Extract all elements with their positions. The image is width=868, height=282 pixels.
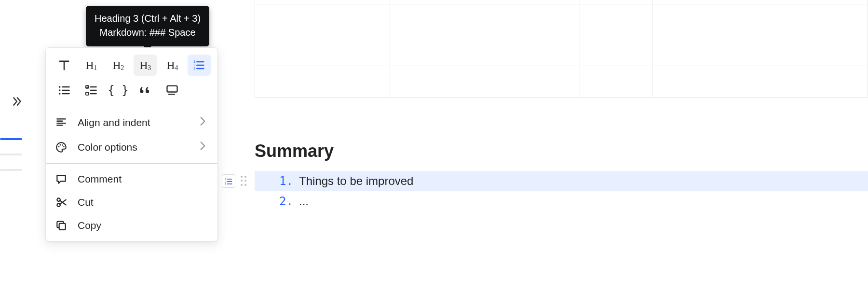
heading4-button[interactable]: H4 (161, 55, 184, 76)
align-indent-menu[interactable]: Align and indent (49, 110, 215, 135)
heading1-button[interactable]: H1 (80, 55, 103, 76)
paragraph-text-button[interactable] (53, 55, 76, 76)
svg-text:3: 3 (193, 67, 195, 70)
list-item-number: 2. (276, 195, 293, 208)
numbered-list-button[interactable]: 1 2 3 (188, 55, 211, 76)
numbered-list-icon: 1 2 3 (192, 58, 206, 72)
svg-point-5 (59, 93, 61, 95)
svg-text:2: 2 (193, 63, 195, 67)
callout-button[interactable] (161, 80, 184, 101)
code-block-button[interactable]: { } (107, 80, 130, 101)
svg-rect-7 (86, 92, 89, 95)
numbered-list-icon: 1 2 3 (224, 176, 233, 186)
cut-action[interactable]: Cut (49, 191, 215, 214)
svg-text:3: 3 (225, 183, 227, 185)
tooltip-line: Markdown: ### Space (95, 26, 201, 40)
format-type-row2: { } (53, 80, 211, 101)
list-item-number: 1. (276, 174, 293, 188)
color-options-menu[interactable]: Color options (49, 135, 215, 159)
expand-sidebar-button[interactable] (9, 93, 26, 110)
drag-handle[interactable] (239, 174, 248, 188)
heading3-tooltip: Heading 3 (Ctrl + Alt + 3) Markdown: ###… (86, 6, 209, 46)
code-icon: { } (108, 84, 128, 97)
card-icon (165, 84, 179, 97)
align-icon (54, 116, 68, 129)
ordered-list-item[interactable]: 2. ... (255, 191, 868, 212)
section-heading[interactable]: Summary (255, 141, 868, 161)
svg-point-11 (62, 144, 63, 146)
copy-icon (54, 219, 68, 232)
list-item-text[interactable]: ... (299, 195, 309, 208)
checklist-button[interactable] (80, 80, 103, 101)
h1-icon: H1 (85, 59, 96, 72)
copy-action[interactable]: Copy (49, 214, 215, 237)
format-type-row1: H1 H2 H3 H4 1 2 3 (53, 55, 211, 76)
list-type-chip[interactable]: 1 2 3 (222, 174, 235, 188)
h2-icon: H2 (112, 59, 123, 72)
palette-icon (54, 141, 68, 154)
h4-icon: H4 (166, 59, 177, 72)
sidebar-collapsed-items (0, 138, 22, 171)
quote-icon (138, 84, 152, 97)
svg-point-12 (63, 146, 65, 147)
comment-icon (54, 172, 68, 186)
menu-label: Align and indent (78, 117, 187, 128)
sidebar-collapsed-item[interactable] (0, 138, 22, 140)
sidebar-collapsed-item[interactable] (0, 154, 22, 155)
edit-actions-section: Comment Cut Copy (46, 164, 217, 241)
svg-text:1: 1 (193, 60, 195, 63)
menu-label: Cut (78, 197, 209, 208)
tooltip-line: Heading 3 (Ctrl + Alt + 3) (95, 12, 201, 26)
comment-action[interactable]: Comment (49, 168, 215, 191)
left-rail (0, 0, 29, 282)
svg-point-4 (59, 89, 61, 91)
double-chevron-right-icon (11, 95, 24, 108)
scissors-icon (54, 196, 68, 209)
format-panel: H1 H2 H3 H4 1 2 3 (45, 47, 218, 241)
svg-point-10 (60, 144, 61, 145)
menu-label: Copy (78, 220, 209, 231)
svg-rect-8 (167, 86, 177, 92)
chevron-right-icon (196, 140, 209, 155)
blockquote-button[interactable] (134, 80, 157, 101)
sidebar-collapsed-item[interactable] (0, 169, 22, 171)
ordered-list-item[interactable]: 1 2 3 1. Things to be improved (255, 171, 868, 191)
h3-icon: H3 (139, 59, 150, 72)
chevron-right-icon (196, 115, 209, 130)
list-item-text[interactable]: Things to be improved (299, 174, 413, 188)
table-grid[interactable] (255, 0, 868, 98)
svg-point-3 (59, 86, 61, 88)
format-type-section: H1 H2 H3 H4 1 2 3 (46, 48, 217, 106)
format-submenu-section: Align and indent Color options (46, 106, 217, 163)
text-icon (57, 58, 71, 72)
menu-label: Color options (78, 141, 187, 153)
bulleted-list-button[interactable] (53, 80, 76, 101)
checklist-icon (84, 84, 98, 97)
bulleted-list-icon (57, 84, 71, 97)
document-area: Summary 1 2 3 1. Things to be improved 2… (241, 0, 868, 282)
svg-rect-15 (59, 224, 66, 230)
heading2-button[interactable]: H2 (107, 55, 130, 76)
svg-point-9 (58, 146, 60, 147)
line-controls: 1 2 3 (222, 174, 248, 188)
menu-label: Comment (78, 173, 209, 185)
document-content: Summary 1 2 3 1. Things to be improved 2… (255, 141, 868, 212)
heading3-button[interactable]: H3 (134, 55, 157, 76)
